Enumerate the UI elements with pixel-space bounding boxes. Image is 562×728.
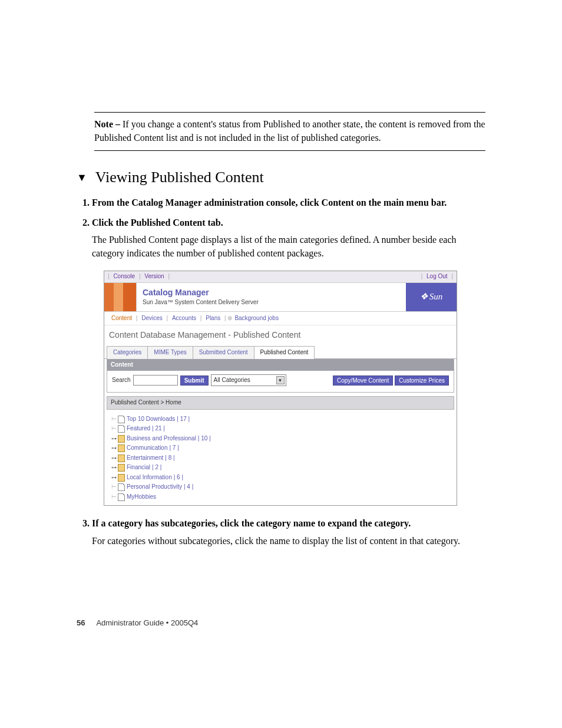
menu-jobs[interactable]: Background jobs (234, 315, 279, 321)
step-1: From the Catalog Manager administration … (92, 196, 485, 209)
expand-icon[interactable]: ⊶ (111, 435, 116, 443)
tree-label[interactable]: Top 10 Downloads (127, 415, 175, 424)
expand-icon[interactable]: ⊶ (111, 454, 116, 462)
shot-header: Catalog Manager Sun Java™ System Content… (104, 283, 457, 312)
step-2-head: Click the Published Content tab. (92, 218, 223, 228)
step-3: If a category has subcategories, click t… (92, 516, 485, 547)
submit-button[interactable]: Submit (180, 375, 209, 386)
tree-count: | 2 | (152, 463, 161, 472)
link-console[interactable]: Console (113, 273, 135, 279)
footer-text: Administrator Guide • 2005Q4 (96, 618, 198, 627)
panel-header: Content (107, 359, 454, 371)
folder-icon (118, 464, 125, 472)
search-label: Search (112, 376, 131, 385)
folder-icon (118, 444, 125, 452)
tree-label[interactable]: Local Information (127, 473, 172, 482)
customize-prices-button[interactable]: Customize Prices (395, 375, 449, 386)
page-icon (118, 425, 125, 433)
expand-icon[interactable]: ⊶ (111, 464, 116, 472)
shot-tabs: Categories MIME Types Submitted Content … (104, 345, 457, 359)
category-tree: ⊢Top 10 Downloads | 17 |⊢Featured | 21 |… (104, 412, 457, 506)
search-input[interactable] (133, 375, 178, 386)
tree-label[interactable]: Featured (127, 424, 150, 433)
menu-content[interactable]: Content (111, 315, 132, 321)
content-panel: Content Search Submit All Categories ▼ (107, 359, 454, 393)
tab-categories[interactable]: Categories (107, 346, 148, 359)
step-1-text: From the Catalog Manager administration … (92, 197, 447, 207)
tree-row[interactable]: ⊢Top 10 Downloads | 17 | (111, 414, 453, 424)
tree-label[interactable]: Business and Professional (127, 434, 196, 443)
tree-row[interactable]: ⊢Personal Productivity | 4 | (111, 482, 453, 492)
tab-mime[interactable]: MIME Types (147, 346, 193, 359)
section-heading: Viewing Published Content (95, 169, 264, 186)
tab-published[interactable]: Published Content (254, 346, 315, 359)
category-select[interactable]: All Categories ▼ (211, 374, 286, 386)
tree-connector-icon: ⊢ (111, 424, 116, 433)
tree-label[interactable]: Communication (127, 444, 167, 453)
sun-logo: ❖Sun (406, 283, 457, 311)
folder-icon (118, 454, 125, 462)
tree-label[interactable]: MyHobbies (127, 493, 156, 502)
shot-subtitle: Sun Java™ System Content Delivery Server (143, 298, 259, 307)
step-3-body: For categories without subcategories, cl… (92, 534, 485, 548)
page-footer: 56 Administrator Guide • 2005Q4 (77, 618, 485, 627)
tree-row[interactable]: ⊶Local Information | 6 | (111, 473, 453, 483)
books-icon (104, 283, 137, 311)
tree-count: | 6 | (174, 473, 183, 482)
embedded-screenshot: | Console | Version | | Log Out | (104, 271, 457, 506)
copy-move-button[interactable]: Copy/Move Content (333, 375, 393, 386)
breadcrumb: Published Content > Home (107, 396, 454, 410)
note-block: Note – If you change a content's status … (94, 112, 485, 151)
tree-count: | 17 | (177, 415, 190, 424)
tree-row[interactable]: ⊶Business and Professional | 10 | (111, 434, 453, 444)
tree-label[interactable]: Personal Productivity (127, 483, 182, 492)
page-number: 56 (77, 618, 85, 627)
link-logout[interactable]: Log Out (427, 273, 448, 279)
tree-row[interactable]: ⊶Financial | 2 | (111, 463, 453, 473)
step-3-head: If a category has subcategories, click t… (92, 518, 411, 528)
chevron-down-icon: ▼ (276, 376, 285, 384)
shot-topbar: | Console | Version | | Log Out | (104, 271, 457, 283)
step-2-body: The Published Content page displays a li… (92, 233, 485, 260)
triangle-icon: ▼ (77, 172, 87, 184)
menu-plans[interactable]: Plans (206, 315, 220, 321)
folder-icon (118, 474, 125, 482)
page-icon (118, 483, 125, 491)
page-icon (118, 416, 125, 423)
shot-menubar: Content | Devices | Accounts | Plans | ⊕… (104, 312, 457, 326)
tree-count: | 10 | (198, 434, 211, 443)
note-text: If you change a content's status from Pu… (94, 119, 485, 143)
tree-connector-icon: ⊢ (111, 493, 116, 502)
tree-row[interactable]: ⊶Entertainment | 8 | (111, 453, 453, 463)
step-2: Click the Published Content tab. The Pub… (92, 216, 485, 506)
tree-connector-icon: ⊢ (111, 483, 116, 492)
shot-page-title: Content Database Management - Published … (104, 325, 457, 345)
tree-count: | 4 | (184, 483, 193, 492)
tree-connector-icon: ⊢ (111, 415, 116, 424)
tree-label[interactable]: Entertainment (127, 454, 163, 463)
tab-submitted[interactable]: Submitted Content (193, 346, 254, 359)
tree-count: | 8 | (165, 454, 174, 463)
menu-accounts[interactable]: Accounts (172, 315, 196, 321)
tree-count: | 7 | (169, 444, 178, 453)
expand-icon[interactable]: ⊶ (111, 474, 116, 482)
tree-row[interactable]: ⊢MyHobbies (111, 492, 453, 502)
page-icon (118, 493, 125, 501)
tree-row[interactable]: ⊶Communication | 7 | (111, 443, 453, 453)
folder-icon (118, 435, 125, 443)
tree-row[interactable]: ⊢Featured | 21 | (111, 424, 453, 434)
tree-count: | 21 | (152, 424, 165, 433)
note-label: Note – (94, 119, 120, 129)
menu-devices[interactable]: Devices (141, 315, 163, 321)
shot-title: Catalog Manager (143, 286, 259, 298)
tree-label[interactable]: Financial (127, 463, 150, 472)
expand-icon[interactable]: ⊶ (111, 444, 116, 452)
link-version[interactable]: Version (144, 273, 164, 279)
